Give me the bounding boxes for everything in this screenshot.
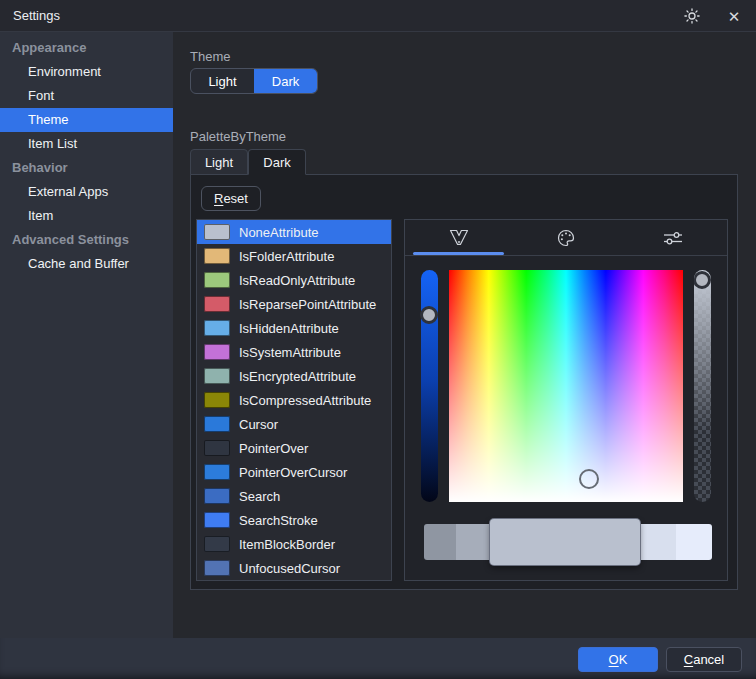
palette-icon — [556, 228, 576, 248]
settings-sidebar: Appearance Environment Font Theme Item L… — [0, 32, 173, 638]
sidebar-item-item[interactable]: Item — [0, 204, 173, 228]
attribute-label: IsHiddenAttribute — [239, 321, 339, 336]
value-slider[interactable] — [421, 270, 438, 502]
reset-button[interactable]: Reset — [201, 186, 261, 211]
picker-tab-sliders[interactable] — [620, 220, 727, 255]
brightness-icon — [684, 8, 700, 24]
sidebar-item-external-apps[interactable]: External Apps — [0, 180, 173, 204]
color-picker-tabs — [405, 220, 727, 256]
attribute-row[interactable]: Search — [197, 484, 391, 508]
color-picker — [404, 219, 728, 581]
sidebar-item-theme[interactable]: Theme — [0, 108, 173, 132]
attribute-row[interactable]: IsHiddenAttribute — [197, 316, 391, 340]
palette-tab-dark[interactable]: Dark — [248, 149, 306, 175]
attribute-label: IsCompressedAttribute — [239, 393, 371, 408]
attribute-label: IsFolderAttribute — [239, 249, 334, 264]
settings-window: Settings ✕ Appearance Environment F — [0, 0, 756, 679]
color-swatch — [204, 536, 230, 552]
color-swatch — [204, 224, 230, 240]
theme-toggle: Light Dark — [190, 68, 318, 94]
color-swatch — [204, 440, 230, 456]
attribute-label: IsReadOnlyAttribute — [239, 273, 355, 288]
attribute-row[interactable]: IsEncryptedAttribute — [197, 364, 391, 388]
attribute-row[interactable]: IsSystemAttribute — [197, 340, 391, 364]
preview-shade-segment — [676, 524, 712, 560]
color-swatch — [204, 296, 230, 312]
attribute-label: IsEncryptedAttribute — [239, 369, 356, 384]
color-swatch — [204, 368, 230, 384]
palette-tab-light[interactable]: Light — [190, 149, 248, 175]
sidebar-item-item-list[interactable]: Item List — [0, 132, 173, 156]
alpha-slider[interactable] — [694, 270, 711, 502]
sidebar-item-environment[interactable]: Environment — [0, 60, 173, 84]
value-slider-thumb[interactable] — [420, 306, 438, 324]
close-button[interactable]: ✕ — [722, 4, 746, 28]
theme-light-button[interactable]: Light — [191, 69, 254, 93]
brightness-toggle-button[interactable] — [680, 4, 704, 28]
theme-label: Theme — [190, 49, 230, 64]
window-title: Settings — [13, 0, 60, 32]
settings-content: Theme Light Dark PaletteByTheme Light Da… — [173, 32, 756, 638]
attribute-label: NoneAttribute — [239, 225, 319, 240]
sidebar-item-font[interactable]: Font — [0, 84, 173, 108]
attribute-row[interactable]: IsReadOnlyAttribute — [197, 268, 391, 292]
alpha-slider-thumb[interactable] — [694, 271, 711, 289]
attribute-label: Search — [239, 489, 280, 504]
theme-dark-button[interactable]: Dark — [254, 69, 317, 93]
close-icon: ✕ — [728, 9, 741, 24]
preview-shade-segment — [456, 524, 490, 560]
titlebar: Settings ✕ — [0, 0, 756, 32]
attribute-label: Cursor — [239, 417, 278, 432]
attribute-label: IsSystemAttribute — [239, 345, 341, 360]
attribute-row[interactable]: NoneAttribute — [197, 220, 391, 244]
attribute-row[interactable]: ItemBlockBorder — [197, 532, 391, 556]
color-swatch — [204, 416, 230, 432]
sidebar-item-cache-and-buffer[interactable]: Cache and Buffer — [0, 252, 173, 276]
spectrum-icon — [448, 228, 470, 248]
palette-by-theme-label: PaletteByTheme — [190, 129, 286, 144]
hue-saturation-area[interactable] — [449, 270, 683, 502]
picker-tab-spectrum[interactable] — [405, 220, 512, 255]
active-tab-underline — [413, 252, 504, 255]
attribute-list: NoneAttribute IsFolderAttribute IsReadOn… — [196, 219, 392, 581]
attribute-row[interactable]: UnfocusedCursor — [197, 556, 391, 580]
sliders-icon — [662, 229, 684, 247]
color-swatch — [204, 248, 230, 264]
attribute-label: ItemBlockBorder — [239, 537, 335, 552]
attribute-label: PointerOver — [239, 441, 308, 456]
color-swatch — [204, 392, 230, 408]
color-swatch — [204, 512, 230, 528]
dialog-footer: OK Cancel — [0, 638, 756, 679]
attribute-row[interactable]: IsFolderAttribute — [197, 244, 391, 268]
cancel-button[interactable]: Cancel — [666, 647, 742, 672]
color-swatch — [204, 320, 230, 336]
attribute-row[interactable]: PointerOver — [197, 436, 391, 460]
color-swatch — [204, 560, 230, 576]
preview-shade-segment — [640, 524, 676, 560]
attribute-row[interactable]: SearchStroke — [197, 508, 391, 532]
palette-tabs: Light Dark — [190, 149, 306, 175]
color-preview-bar — [424, 524, 712, 560]
attribute-label: PointerOverCursor — [239, 465, 347, 480]
sidebar-section-advanced: Advanced Settings — [0, 228, 173, 252]
palette-panel: Reset NoneAttribute IsFolderAttribute Is… — [190, 174, 738, 590]
hue-saturation-cursor[interactable] — [579, 469, 599, 489]
attribute-row[interactable]: IsReparsePointAttribute — [197, 292, 391, 316]
attribute-label: UnfocusedCursor — [239, 561, 340, 576]
attribute-row[interactable]: Cursor — [197, 412, 391, 436]
attribute-row[interactable]: PointerOverCursor — [197, 460, 391, 484]
color-swatch — [204, 344, 230, 360]
color-swatch — [204, 272, 230, 288]
attribute-label: IsReparsePointAttribute — [239, 297, 376, 312]
ok-button[interactable]: OK — [578, 647, 658, 672]
sidebar-section-behavior: Behavior — [0, 156, 173, 180]
preview-shade-segment — [424, 524, 456, 560]
attribute-row[interactable]: IsCompressedAttribute — [197, 388, 391, 412]
attribute-label: SearchStroke — [239, 513, 318, 528]
sidebar-section-appearance: Appearance — [0, 36, 173, 60]
color-swatch — [204, 488, 230, 504]
picker-tab-palette[interactable] — [512, 220, 619, 255]
color-swatch — [204, 464, 230, 480]
current-color-block — [490, 519, 640, 565]
